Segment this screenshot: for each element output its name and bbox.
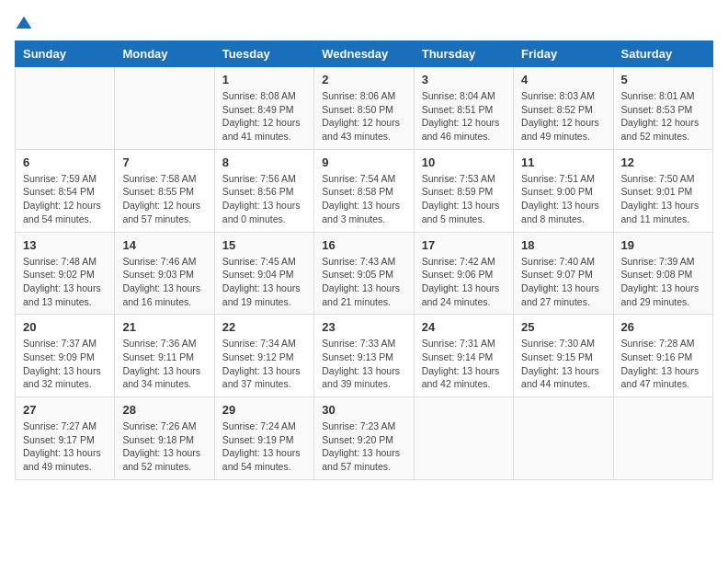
day-info: Sunrise: 8:03 AMSunset: 8:52 PMDaylight:… [521,89,605,144]
day-info: Sunrise: 7:50 AMSunset: 9:01 PMDaylight:… [621,172,705,226]
day-number: 9 [322,155,405,169]
calendar-cell: 18Sunrise: 7:40 AMSunset: 9:07 PMDayligh… [514,232,613,315]
calendar-cell: 19Sunrise: 7:39 AMSunset: 9:08 PMDayligh… [613,232,712,315]
day-info: Sunrise: 8:06 AMSunset: 8:50 PMDaylight:… [322,89,405,144]
calendar-cell: 7Sunrise: 7:58 AMSunset: 8:55 PMDaylight… [115,149,214,232]
calendar-cell: 11Sunrise: 7:51 AMSunset: 9:00 PMDayligh… [514,149,613,232]
day-info: Sunrise: 7:31 AMSunset: 9:14 PMDaylight:… [422,337,506,391]
svg-marker-0 [17,17,32,29]
calendar-cell: 24Sunrise: 7:31 AMSunset: 9:14 PMDayligh… [414,315,513,397]
calendar-cell: 3Sunrise: 8:04 AMSunset: 8:51 PMDaylight… [414,67,513,150]
calendar-cell [16,67,115,150]
day-number: 30 [322,403,405,417]
calendar-cell: 15Sunrise: 7:45 AMSunset: 9:04 PMDayligh… [214,232,313,315]
day-number: 28 [122,403,206,417]
day-number: 23 [322,320,405,334]
day-info: Sunrise: 7:39 AMSunset: 9:08 PMDaylight:… [621,255,705,309]
day-number: 15 [222,238,306,252]
calendar-table: SundayMondayTuesdayWednesdayThursdayFrid… [15,40,713,480]
calendar-cell: 17Sunrise: 7:42 AMSunset: 9:06 PMDayligh… [414,232,513,315]
page-header [15,15,713,33]
calendar-week-row: 6Sunrise: 7:59 AMSunset: 8:54 PMDaylight… [16,149,713,232]
day-info: Sunrise: 7:30 AMSunset: 9:15 PMDaylight:… [521,337,605,391]
calendar-cell: 26Sunrise: 7:28 AMSunset: 9:16 PMDayligh… [613,315,712,397]
calendar-cell: 8Sunrise: 7:56 AMSunset: 8:56 PMDaylight… [214,149,313,232]
day-number: 20 [23,320,107,334]
calendar-cell: 30Sunrise: 7:23 AMSunset: 9:20 PMDayligh… [314,397,414,480]
weekday-header: Thursday [414,41,513,67]
calendar-week-row: 27Sunrise: 7:27 AMSunset: 9:17 PMDayligh… [16,397,713,480]
calendar-cell: 27Sunrise: 7:27 AMSunset: 9:17 PMDayligh… [16,397,115,480]
day-info: Sunrise: 7:33 AMSunset: 9:13 PMDaylight:… [322,337,405,391]
day-number: 11 [521,155,605,169]
day-info: Sunrise: 7:34 AMSunset: 9:12 PMDaylight:… [222,337,306,391]
day-number: 13 [23,238,107,252]
day-number: 22 [222,320,306,334]
calendar-cell [514,397,613,480]
day-info: Sunrise: 7:54 AMSunset: 8:58 PMDaylight:… [322,172,405,226]
day-info: Sunrise: 7:26 AMSunset: 9:18 PMDaylight:… [122,419,206,474]
calendar-cell: 5Sunrise: 8:01 AMSunset: 8:53 PMDaylight… [613,67,712,150]
weekday-header: Monday [115,41,214,67]
day-number: 6 [23,155,107,169]
weekday-header: Tuesday [214,41,313,67]
day-number: 29 [222,403,306,417]
day-info: Sunrise: 7:42 AMSunset: 9:06 PMDaylight:… [422,255,506,309]
calendar-week-row: 20Sunrise: 7:37 AMSunset: 9:09 PMDayligh… [16,315,713,397]
day-info: Sunrise: 7:46 AMSunset: 9:03 PMDaylight:… [122,255,206,309]
calendar-header-row: SundayMondayTuesdayWednesdayThursdayFrid… [16,41,713,67]
day-number: 12 [621,155,705,169]
day-number: 26 [621,320,705,334]
day-info: Sunrise: 7:40 AMSunset: 9:07 PMDaylight:… [521,255,605,309]
day-info: Sunrise: 7:43 AMSunset: 9:05 PMDaylight:… [322,255,405,309]
calendar-cell: 23Sunrise: 7:33 AMSunset: 9:13 PMDayligh… [314,315,414,397]
day-number: 7 [122,155,206,169]
day-number: 1 [222,73,306,86]
day-number: 17 [422,238,506,252]
calendar-cell: 29Sunrise: 7:24 AMSunset: 9:19 PMDayligh… [214,397,313,480]
calendar-cell: 9Sunrise: 7:54 AMSunset: 8:58 PMDaylight… [314,149,414,232]
calendar-cell: 6Sunrise: 7:59 AMSunset: 8:54 PMDaylight… [16,149,115,232]
calendar-cell: 12Sunrise: 7:50 AMSunset: 9:01 PMDayligh… [613,149,712,232]
weekday-header: Friday [514,41,613,67]
calendar-week-row: 1Sunrise: 8:08 AMSunset: 8:49 PMDaylight… [16,67,713,150]
calendar-cell [414,397,513,480]
calendar-cell: 25Sunrise: 7:30 AMSunset: 9:15 PMDayligh… [514,315,613,397]
logo-icon [15,15,33,33]
day-number: 14 [122,238,206,252]
weekday-header: Sunday [16,41,115,67]
calendar-cell: 21Sunrise: 7:36 AMSunset: 9:11 PMDayligh… [115,315,214,397]
calendar-cell: 28Sunrise: 7:26 AMSunset: 9:18 PMDayligh… [115,397,214,480]
day-number: 27 [23,403,107,417]
day-info: Sunrise: 7:37 AMSunset: 9:09 PMDaylight:… [23,337,107,391]
day-number: 3 [422,73,506,86]
day-info: Sunrise: 7:59 AMSunset: 8:54 PMDaylight:… [23,172,107,226]
calendar-cell: 14Sunrise: 7:46 AMSunset: 9:03 PMDayligh… [115,232,214,315]
calendar-cell: 10Sunrise: 7:53 AMSunset: 8:59 PMDayligh… [414,149,513,232]
day-number: 16 [322,238,405,252]
calendar-cell: 1Sunrise: 8:08 AMSunset: 8:49 PMDaylight… [214,67,313,150]
day-info: Sunrise: 8:04 AMSunset: 8:51 PMDaylight:… [422,89,506,144]
day-info: Sunrise: 8:08 AMSunset: 8:49 PMDaylight:… [222,89,306,144]
day-info: Sunrise: 8:01 AMSunset: 8:53 PMDaylight:… [621,89,705,144]
day-number: 25 [521,320,605,334]
day-number: 2 [322,73,405,86]
day-info: Sunrise: 7:23 AMSunset: 9:20 PMDaylight:… [322,419,405,474]
day-info: Sunrise: 7:28 AMSunset: 9:16 PMDaylight:… [621,337,705,391]
day-number: 24 [422,320,506,334]
day-number: 19 [621,238,705,252]
calendar-cell: 13Sunrise: 7:48 AMSunset: 9:02 PMDayligh… [16,232,115,315]
day-info: Sunrise: 7:48 AMSunset: 9:02 PMDaylight:… [23,255,107,309]
day-number: 18 [521,238,605,252]
day-number: 5 [621,73,705,86]
day-info: Sunrise: 7:51 AMSunset: 9:00 PMDaylight:… [521,172,605,226]
calendar-cell: 20Sunrise: 7:37 AMSunset: 9:09 PMDayligh… [16,315,115,397]
day-info: Sunrise: 7:56 AMSunset: 8:56 PMDaylight:… [222,172,306,226]
calendar-week-row: 13Sunrise: 7:48 AMSunset: 9:02 PMDayligh… [16,232,713,315]
calendar-cell: 4Sunrise: 8:03 AMSunset: 8:52 PMDaylight… [514,67,613,150]
logo [15,15,40,33]
calendar-cell [613,397,712,480]
day-info: Sunrise: 7:24 AMSunset: 9:19 PMDaylight:… [222,419,306,474]
day-info: Sunrise: 7:27 AMSunset: 9:17 PMDaylight:… [23,419,107,474]
calendar-cell: 16Sunrise: 7:43 AMSunset: 9:05 PMDayligh… [314,232,414,315]
